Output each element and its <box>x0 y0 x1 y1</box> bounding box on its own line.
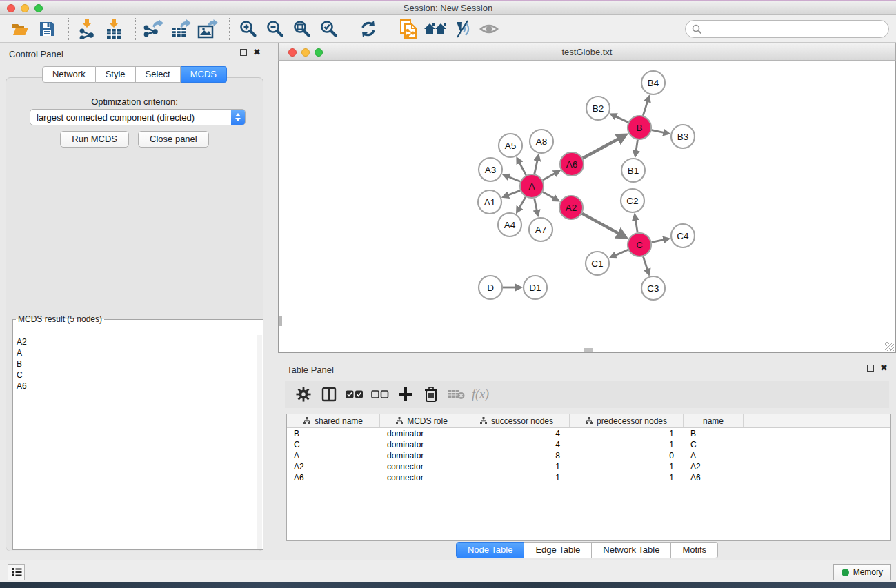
open-file-icon[interactable] <box>8 17 32 41</box>
select-all-icon[interactable] <box>341 383 367 406</box>
tab-edge-table[interactable]: Edge Table <box>524 542 592 558</box>
column-header-successor-nodes[interactable]: successor nodes <box>464 414 570 427</box>
export-table-icon[interactable] <box>169 17 192 41</box>
float-table-panel-icon[interactable] <box>867 365 874 372</box>
tab-motifs[interactable]: Motifs <box>671 542 718 558</box>
table-cell[interactable]: A6 <box>287 472 380 483</box>
show-columns-icon[interactable] <box>316 383 341 406</box>
table-cell[interactable]: 8 <box>464 450 570 461</box>
table-cell[interactable]: dominator <box>380 428 464 439</box>
tab-mcds[interactable]: MCDS <box>181 66 227 83</box>
network-zoom-button[interactable] <box>315 48 323 57</box>
graph-edge-A-A5[interactable] <box>519 163 526 175</box>
export-network-icon[interactable] <box>142 17 166 41</box>
table-cell[interactable]: C <box>684 439 744 450</box>
result-item[interactable]: A6 <box>17 381 257 392</box>
deselect-all-icon[interactable] <box>367 383 392 406</box>
tab-select[interactable]: Select <box>136 66 181 83</box>
home-view-icon[interactable] <box>424 17 447 41</box>
close-panel-icon[interactable]: ✖ <box>253 49 261 56</box>
memory-button[interactable]: Memory <box>833 564 891 580</box>
table-cell[interactable]: 1 <box>570 428 684 439</box>
add-row-icon[interactable] <box>392 383 418 406</box>
mcds-result-list[interactable]: A2ABCA6 <box>14 335 257 549</box>
table-cell[interactable]: 4 <box>464 439 570 450</box>
table-row[interactable]: Cdominator41C <box>287 439 890 450</box>
table-cell[interactable]: A <box>287 450 380 461</box>
table-cell[interactable]: 1 <box>464 461 570 472</box>
graph-edge-A-A8[interactable] <box>535 160 537 174</box>
delete-row-trash-icon[interactable] <box>418 383 444 406</box>
table-cell[interactable]: 1 <box>464 472 570 483</box>
table-cell[interactable]: dominator <box>380 439 464 450</box>
graph-edge-C-C2[interactable] <box>635 220 637 232</box>
search-input[interactable] <box>702 22 888 36</box>
table-cell[interactable]: 1 <box>570 439 684 450</box>
zoom-in-icon[interactable] <box>236 17 259 41</box>
function-builder-icon[interactable]: f(x) <box>472 387 489 402</box>
table-row[interactable]: A2connector11A2 <box>287 461 890 472</box>
network-close-button[interactable] <box>288 48 297 57</box>
float-panel-icon[interactable] <box>240 49 247 56</box>
graph-edge-A-A1[interactable] <box>508 190 520 195</box>
graph-edge-A-A6[interactable] <box>543 174 555 181</box>
network-minimize-button[interactable] <box>301 48 310 57</box>
copy-network-icon[interactable] <box>397 17 420 41</box>
graph-edge-B-B2[interactable] <box>615 116 628 123</box>
table-cell[interactable]: dominator <box>380 450 464 461</box>
resize-grip-icon[interactable] <box>885 342 894 351</box>
network-canvas[interactable]: B4B2BB3A8A5A6A3B1AC2A1A2A4A7C4CC1C3DD1 <box>278 61 896 353</box>
settings-gear-icon[interactable] <box>290 383 316 406</box>
table-cell[interactable]: 1 <box>570 472 684 483</box>
table-cell[interactable]: 0 <box>570 450 684 461</box>
table-cell[interactable]: A2 <box>684 461 744 472</box>
table-row[interactable]: Bdominator41B <box>287 428 890 439</box>
graph-edge-C-C3[interactable] <box>643 256 647 270</box>
import-network-icon[interactable] <box>75 17 99 41</box>
result-scrollbar[interactable] <box>257 335 262 549</box>
graph-edge-C-C1[interactable] <box>615 250 628 255</box>
table-row[interactable]: A6connector11A6 <box>287 472 890 483</box>
eye-icon[interactable] <box>477 17 501 41</box>
graph-edge-A6-B[interactable] <box>583 139 619 158</box>
column-header-shared-name[interactable]: shared name <box>287 414 380 427</box>
criterion-select[interactable]: largest connected component (directed) <box>30 109 246 125</box>
graph-edge-B-B4[interactable] <box>643 101 647 116</box>
graph-edge-A-A3[interactable] <box>508 176 520 181</box>
result-item[interactable]: A2 <box>17 336 257 347</box>
export-image-icon[interactable] <box>196 17 219 41</box>
table-row[interactable]: Adominator80A <box>287 450 890 461</box>
vertical-scrollbar-thumb[interactable] <box>279 316 282 326</box>
tab-node-table[interactable]: Node Table <box>456 542 525 558</box>
graph-edge-A-A2[interactable] <box>543 192 555 199</box>
minimize-window-button[interactable] <box>21 4 29 12</box>
graphics-details-icon[interactable] <box>450 17 474 41</box>
table-cell[interactable]: A2 <box>287 461 380 472</box>
table-cell[interactable]: B <box>287 428 380 439</box>
table-cell[interactable]: C <box>287 439 380 450</box>
close-table-panel-icon[interactable]: ✖ <box>880 365 888 372</box>
tab-network-table[interactable]: Network Table <box>592 542 671 558</box>
table-cell[interactable]: 1 <box>570 461 684 472</box>
zoom-out-icon[interactable] <box>263 17 286 41</box>
close-panel-button[interactable]: Close panel <box>138 131 209 148</box>
graph-edge-A-A4[interactable] <box>519 197 526 208</box>
task-history-button[interactable] <box>8 564 25 580</box>
horizontal-scrollbar-thumb[interactable] <box>584 348 593 352</box>
graph-edge-A-A7[interactable] <box>535 199 537 211</box>
tab-network[interactable]: Network <box>42 66 96 83</box>
result-item[interactable]: C <box>17 369 257 381</box>
save-session-icon[interactable] <box>35 17 59 41</box>
network-graph[interactable]: B4B2BB3A8A5A6A3B1AC2A1A2A4A7C4CC1C3DD1 <box>279 61 895 352</box>
column-header-mcds-role[interactable]: MCDS role <box>380 414 464 427</box>
graph-edge-C-C4[interactable] <box>652 240 664 243</box>
column-header-name[interactable]: name <box>684 414 744 427</box>
table-cell[interactable]: A <box>684 450 744 461</box>
graph-edge-A2-C[interactable] <box>582 214 619 234</box>
column-header-predecessor-nodes[interactable]: predecessor nodes <box>570 414 684 427</box>
run-mcds-button[interactable]: Run MCDS <box>60 131 129 148</box>
table-cell[interactable]: connector <box>380 461 464 472</box>
table-cell[interactable]: 4 <box>464 428 570 439</box>
zoom-window-button[interactable] <box>34 4 43 12</box>
table-cell[interactable]: B <box>684 428 744 439</box>
